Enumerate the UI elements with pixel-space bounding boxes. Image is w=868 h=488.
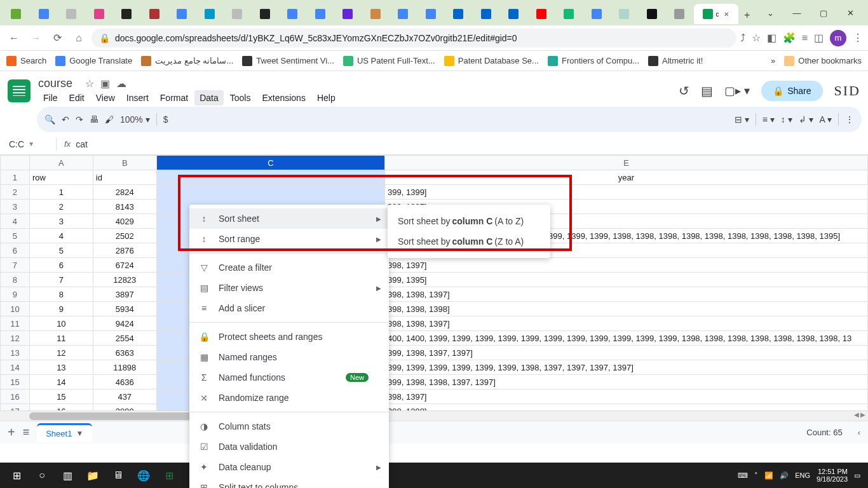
- browser-tab[interactable]: [473, 4, 500, 24]
- browser-tab[interactable]: [611, 4, 638, 24]
- row-header[interactable]: 11: [1, 316, 30, 331]
- paint-format-icon[interactable]: 🖌: [105, 114, 114, 125]
- menu-view[interactable]: View: [91, 90, 120, 105]
- cell[interactable]: 2502: [93, 229, 156, 243]
- share-button[interactable]: 🔒 Share: [761, 81, 822, 101]
- browser-tab[interactable]: [141, 4, 168, 24]
- row-header[interactable]: 5: [1, 229, 30, 243]
- bookmark-item[interactable]: Altmetric it!: [648, 56, 703, 66]
- cell[interactable]: 5934: [93, 302, 156, 316]
- menu-item-randomize-range[interactable]: ⤨Randomize range: [189, 388, 389, 408]
- cell[interactable]: 15: [29, 390, 93, 404]
- network-icon[interactable]: 📶: [764, 471, 773, 480]
- browser-tab[interactable]: [58, 4, 85, 24]
- cell[interactable]: 398, 1398, 1397]: [385, 316, 868, 331]
- formula-input[interactable]: cat: [76, 139, 88, 149]
- app-icon[interactable]: 🖥: [105, 463, 131, 488]
- bookmark-item[interactable]: Search: [6, 56, 46, 66]
- maximize-button[interactable]: ▢: [815, 8, 832, 18]
- browser-tab[interactable]: [639, 4, 666, 24]
- menu-tools[interactable]: Tools: [225, 90, 256, 105]
- url-input[interactable]: 🔒 docs.google.com/spreadsheets/d/1yBKZ_L…: [92, 29, 736, 48]
- profile-avatar[interactable]: m: [830, 30, 846, 46]
- selection-count[interactable]: Count: 65: [806, 428, 842, 437]
- cell[interactable]: 8143: [93, 200, 156, 214]
- browser-tab[interactable]: [168, 4, 196, 24]
- reading-list-icon[interactable]: ≡: [802, 32, 808, 44]
- cell[interactable]: [156, 185, 384, 200]
- cell[interactable]: 400, 1400, 1399, 1399, 1399, 1399, 1399,…: [385, 331, 868, 346]
- tabs-dropdown-icon[interactable]: ⌄: [761, 8, 779, 18]
- new-tab-button[interactable]: +: [739, 6, 755, 24]
- cell[interactable]: 2: [29, 200, 93, 214]
- forward-button[interactable]: →: [27, 29, 44, 47]
- browser-tab[interactable]: [390, 4, 417, 24]
- row-header[interactable]: 3: [1, 200, 30, 214]
- cell[interactable]: 3897: [93, 287, 156, 302]
- cell[interactable]: 9424: [93, 316, 156, 331]
- cell[interactable]: 12: [29, 346, 93, 360]
- cell[interactable]: 398, 1397]: [385, 258, 868, 273]
- clock[interactable]: 12:51 PM 9/18/2023: [817, 468, 848, 483]
- row-header[interactable]: 9: [1, 287, 30, 302]
- cell[interactable]: id: [93, 170, 156, 185]
- menu-item-create-a-filter[interactable]: ▽Create a filter: [189, 257, 389, 278]
- menu-icon[interactable]: ⋮: [853, 32, 863, 44]
- notifications-icon[interactable]: ▭: [854, 471, 860, 480]
- close-button[interactable]: ✕: [841, 8, 859, 18]
- row-header[interactable]: 1: [1, 170, 30, 185]
- start-button[interactable]: ⊞: [4, 463, 29, 488]
- browser-tab[interactable]: [417, 4, 445, 24]
- valign-icon[interactable]: ↕ ▾: [781, 114, 792, 125]
- browser-tab[interactable]: [666, 4, 693, 24]
- print-icon[interactable]: 🖶: [90, 114, 98, 125]
- cell[interactable]: 2876: [93, 243, 156, 258]
- browser-tab[interactable]: [334, 4, 362, 24]
- menu-data[interactable]: Data: [194, 90, 224, 105]
- row-header[interactable]: 4: [1, 214, 30, 229]
- add-sheet-button[interactable]: +: [8, 425, 15, 440]
- cell[interactable]: 437: [93, 390, 156, 404]
- menu-item-sort-range[interactable]: ↕Sort range▶: [189, 229, 389, 249]
- bookmark-item[interactable]: Patent Database Se...: [444, 56, 539, 66]
- cell[interactable]: 11: [29, 331, 93, 346]
- browser-tab[interactable]: [86, 4, 113, 24]
- cell[interactable]: 399, 1398, 1398, 1397, 1397]: [385, 375, 868, 390]
- sidepanel-icon[interactable]: ◫: [814, 32, 824, 44]
- wrap-icon[interactable]: ⊟ ▾: [735, 114, 749, 125]
- column-header[interactable]: A: [29, 156, 93, 170]
- sort-sheet-za[interactable]: Sort sheet by column C (Z to A): [388, 231, 550, 252]
- cell[interactable]: 9: [29, 302, 93, 316]
- browser-tab[interactable]: [307, 4, 334, 24]
- cell[interactable]: 399, 1399, 1399, 1399, 1399, 1399, 1398,…: [385, 360, 868, 375]
- cell[interactable]: 2554: [93, 331, 156, 346]
- menu-item-named-ranges[interactable]: ▦Named ranges: [189, 347, 389, 367]
- cell[interactable]: [156, 170, 384, 185]
- column-header[interactable]: B: [93, 156, 156, 170]
- row-header[interactable]: 7: [1, 258, 30, 273]
- more-icon[interactable]: ⋮: [845, 114, 854, 125]
- browser-tab[interactable]: [252, 4, 279, 24]
- menu-extensions[interactable]: Extensions: [257, 90, 310, 105]
- row-header[interactable]: 8: [1, 273, 30, 287]
- other-bookmarks[interactable]: Other bookmarks: [784, 56, 862, 66]
- search-menus-icon[interactable]: 🔍: [44, 114, 55, 125]
- all-sheets-button[interactable]: ≡: [23, 426, 30, 439]
- cell[interactable]: 10: [29, 316, 93, 331]
- browser-tab[interactable]: [31, 4, 58, 24]
- cell[interactable]: 4029: [93, 214, 156, 229]
- cell[interactable]: 6363: [93, 346, 156, 360]
- cell[interactable]: 6724: [93, 258, 156, 273]
- browser-tab[interactable]: [224, 4, 251, 24]
- spreadsheet-grid[interactable]: ABCE 1 row id year2 1 2824 399, 1399]3 2…: [0, 155, 868, 421]
- zoom-select[interactable]: 100% ▾: [120, 114, 150, 125]
- cell[interactable]: 4: [29, 229, 93, 243]
- row-header[interactable]: 15: [1, 375, 30, 390]
- star-icon[interactable]: ☆: [752, 32, 761, 44]
- cell[interactable]: 399, 1399]: [385, 185, 868, 200]
- sheet-tab[interactable]: Sheet1▼: [37, 423, 92, 442]
- browser-tab-active[interactable]: c ✕: [694, 4, 739, 24]
- browser-tab[interactable]: [362, 4, 390, 24]
- install-icon[interactable]: ◧: [767, 32, 776, 44]
- browser-tab[interactable]: [500, 4, 527, 24]
